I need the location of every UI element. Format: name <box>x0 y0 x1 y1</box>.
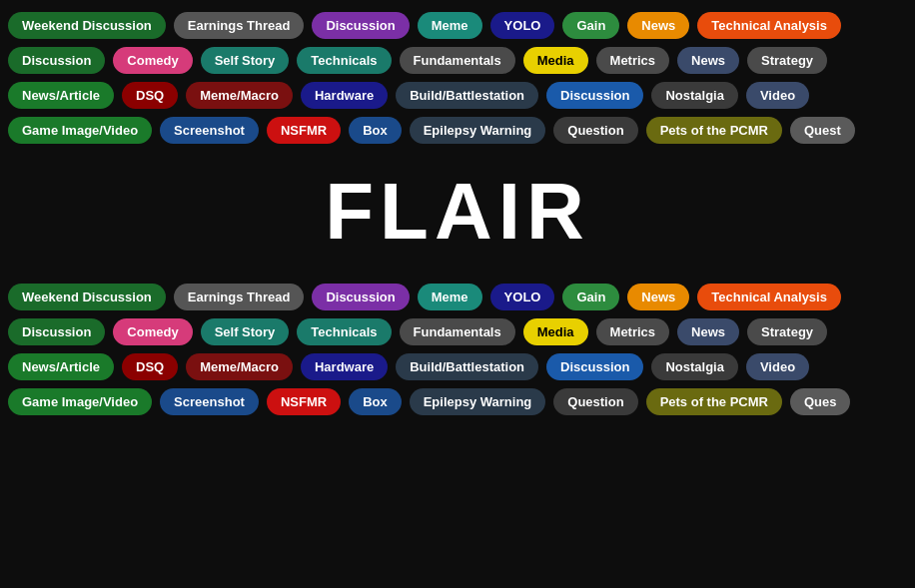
tag-3-2[interactable]: NSFMR <box>267 117 341 144</box>
tag-1-8[interactable]: Strategy <box>747 47 827 74</box>
tag-0-6[interactable]: News <box>627 284 689 310</box>
tag-2-6[interactable]: Nostalgia <box>651 82 738 109</box>
tag-1-6[interactable]: Metrics <box>596 318 670 345</box>
tag-0-6[interactable]: News <box>627 12 689 39</box>
tag-0-4[interactable]: YOLO <box>490 12 555 39</box>
tag-1-1[interactable]: Comedy <box>113 318 192 345</box>
tag-3-6[interactable]: Pets of the PCMR <box>646 117 782 144</box>
tag-1-4[interactable]: Fundamentals <box>400 318 515 345</box>
tag-1-8[interactable]: Strategy <box>747 318 827 345</box>
tag-1-5[interactable]: Media <box>523 318 588 345</box>
bottom-rows: Weekend DiscussionEarnings ThreadDiscuss… <box>0 272 915 415</box>
tag-1-3[interactable]: Technicals <box>297 47 391 74</box>
flair-row-3: Game Image/VideoScreenshotNSFMRBoxEpilep… <box>8 388 907 415</box>
tag-2-6[interactable]: Nostalgia <box>651 353 738 380</box>
tag-0-0[interactable]: Weekend Discussion <box>8 12 166 39</box>
tag-2-5[interactable]: Discussion <box>546 353 643 380</box>
tag-1-2[interactable]: Self Story <box>201 318 290 345</box>
tag-1-0[interactable]: Discussion <box>8 318 105 345</box>
tag-2-7[interactable]: Video <box>746 82 809 109</box>
tag-3-7[interactable]: Quest <box>790 117 855 144</box>
tag-1-7[interactable]: News <box>677 47 739 74</box>
tag-2-3[interactable]: Hardware <box>301 353 388 380</box>
tag-2-0[interactable]: News/Article <box>8 82 114 109</box>
tag-2-1[interactable]: DSQ <box>122 353 178 380</box>
tag-3-0[interactable]: Game Image/Video <box>8 388 152 415</box>
tag-1-4[interactable]: Fundamentals <box>400 47 515 74</box>
tag-3-3[interactable]: Box <box>349 388 402 415</box>
flair-title: FLAIR <box>325 166 590 258</box>
tag-3-3[interactable]: Box <box>349 117 402 144</box>
tag-2-2[interactable]: Meme/Macro <box>186 353 293 380</box>
tag-3-5[interactable]: Question <box>553 117 637 144</box>
tag-0-3[interactable]: Meme <box>418 12 482 39</box>
tag-0-2[interactable]: Discussion <box>312 284 409 310</box>
tag-1-0[interactable]: Discussion <box>8 47 105 74</box>
tag-1-2[interactable]: Self Story <box>201 47 290 74</box>
flair-container: Weekend DiscussionEarnings ThreadDiscuss… <box>0 0 915 415</box>
flair-row-0: Weekend DiscussionEarnings ThreadDiscuss… <box>8 12 907 39</box>
tag-3-0[interactable]: Game Image/Video <box>8 117 152 144</box>
flair-row-0: Weekend DiscussionEarnings ThreadDiscuss… <box>8 284 907 310</box>
tag-3-5[interactable]: Question <box>553 388 637 415</box>
tag-2-4[interactable]: Build/Battlestation <box>396 353 538 380</box>
tag-3-2[interactable]: NSFMR <box>267 388 341 415</box>
tag-3-1[interactable]: Screenshot <box>160 117 259 144</box>
tag-0-5[interactable]: Gain <box>562 12 619 39</box>
tag-2-0[interactable]: News/Article <box>8 353 114 380</box>
flair-row-3: Game Image/VideoScreenshotNSFMRBoxEpilep… <box>8 117 907 144</box>
tag-2-1[interactable]: DSQ <box>122 82 178 109</box>
tag-0-2[interactable]: Discussion <box>312 12 409 39</box>
tag-0-7[interactable]: Technical Analysis <box>697 12 841 39</box>
tag-2-3[interactable]: Hardware <box>301 82 388 109</box>
tag-3-1[interactable]: Screenshot <box>160 388 259 415</box>
tag-0-4[interactable]: YOLO <box>490 284 555 310</box>
flair-row-1: DiscussionComedySelf StoryTechnicalsFund… <box>8 47 907 74</box>
tag-3-4[interactable]: Epilepsy Warning <box>410 388 546 415</box>
tag-0-0[interactable]: Weekend Discussion <box>8 284 166 310</box>
tag-0-1[interactable]: Earnings Thread <box>174 12 305 39</box>
flair-row-1: DiscussionComedySelf StoryTechnicalsFund… <box>8 318 907 345</box>
tag-0-1[interactable]: Earnings Thread <box>174 284 305 310</box>
tag-1-5[interactable]: Media <box>523 47 588 74</box>
flair-row-2: News/ArticleDSQMeme/MacroHardwareBuild/B… <box>8 82 907 109</box>
flair-row-2: News/ArticleDSQMeme/MacroHardwareBuild/B… <box>8 353 907 380</box>
tag-2-4[interactable]: Build/Battlestation <box>396 82 538 109</box>
center-section: FLAIR <box>0 152 915 272</box>
tag-1-1[interactable]: Comedy <box>113 47 192 74</box>
tag-3-4[interactable]: Epilepsy Warning <box>410 117 546 144</box>
tag-3-7[interactable]: Ques <box>790 388 851 415</box>
tag-0-3[interactable]: Meme <box>418 284 482 310</box>
tag-2-5[interactable]: Discussion <box>546 82 643 109</box>
tag-2-2[interactable]: Meme/Macro <box>186 82 293 109</box>
tag-1-3[interactable]: Technicals <box>297 318 391 345</box>
tag-0-5[interactable]: Gain <box>562 284 619 310</box>
top-rows: Weekend DiscussionEarnings ThreadDiscuss… <box>0 0 915 144</box>
tag-3-6[interactable]: Pets of the PCMR <box>646 388 782 415</box>
tag-1-7[interactable]: News <box>677 318 739 345</box>
tag-0-7[interactable]: Technical Analysis <box>697 284 841 310</box>
tag-1-6[interactable]: Metrics <box>596 47 670 74</box>
tag-2-7[interactable]: Video <box>746 353 809 380</box>
